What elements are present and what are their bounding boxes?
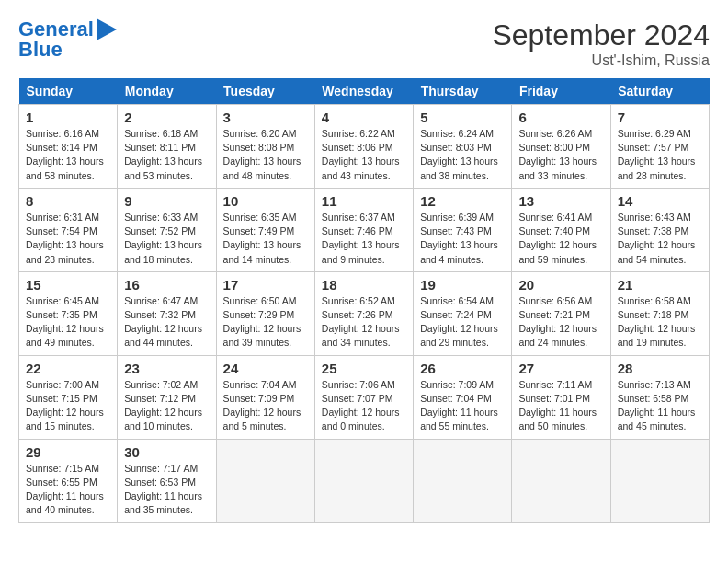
table-row: 4 Sunrise: 6:22 AM Sunset: 8:06 PM Dayli… — [314, 105, 413, 189]
table-row: 16 Sunrise: 6:47 AM Sunset: 7:32 PM Dayl… — [118, 271, 216, 355]
table-row: 22 Sunrise: 7:00 AM Sunset: 7:15 PM Dayl… — [19, 355, 118, 439]
table-row: 20 Sunrise: 6:56 AM Sunset: 7:21 PM Dayl… — [512, 271, 610, 355]
table-row: 30 Sunrise: 7:17 AM Sunset: 6:53 PM Dayl… — [118, 439, 216, 523]
table-row: 28 Sunrise: 7:13 AM Sunset: 6:58 PM Dayl… — [610, 355, 709, 439]
calendar-row: 15 Sunrise: 6:45 AM Sunset: 7:35 PM Dayl… — [19, 271, 710, 355]
table-row: 24 Sunrise: 7:04 AM Sunset: 7:09 PM Dayl… — [216, 355, 314, 439]
header-sunday: Sunday — [19, 78, 118, 105]
table-row: 2 Sunrise: 6:18 AM Sunset: 8:11 PM Dayli… — [118, 105, 216, 189]
table-row: 23 Sunrise: 7:02 AM Sunset: 7:12 PM Dayl… — [118, 355, 216, 439]
svg-marker-0 — [97, 18, 117, 40]
table-row: 7 Sunrise: 6:29 AM Sunset: 7:57 PM Dayli… — [610, 105, 709, 189]
header-friday: Friday — [512, 78, 610, 105]
table-row: 14 Sunrise: 6:43 AM Sunset: 7:38 PM Dayl… — [610, 188, 709, 271]
header-thursday: Thursday — [414, 78, 512, 105]
empty-cell — [610, 439, 709, 523]
logo-arrow-icon — [97, 18, 117, 40]
table-row: 8 Sunrise: 6:31 AM Sunset: 7:54 PM Dayli… — [19, 188, 118, 271]
calendar-row: 8 Sunrise: 6:31 AM Sunset: 7:54 PM Dayli… — [19, 188, 710, 271]
empty-cell — [512, 439, 610, 523]
calendar-table: Sunday Monday Tuesday Wednesday Thursday… — [18, 78, 710, 523]
title-block: September 2024 Ust'-Ishim, Russia — [492, 18, 710, 69]
table-row: 11 Sunrise: 6:37 AM Sunset: 7:46 PM Dayl… — [314, 188, 413, 271]
table-row: 1 Sunrise: 6:16 AM Sunset: 8:14 PM Dayli… — [19, 105, 118, 189]
table-row: 15 Sunrise: 6:45 AM Sunset: 7:35 PM Dayl… — [19, 271, 118, 355]
table-row: 19 Sunrise: 6:54 AM Sunset: 7:24 PM Dayl… — [414, 271, 512, 355]
calendar-row: 22 Sunrise: 7:00 AM Sunset: 7:15 PM Dayl… — [19, 355, 710, 439]
table-row: 26 Sunrise: 7:09 AM Sunset: 7:04 PM Dayl… — [414, 355, 512, 439]
table-row: 27 Sunrise: 7:11 AM Sunset: 7:01 PM Dayl… — [512, 355, 610, 439]
logo-text-blue: Blue — [18, 39, 63, 61]
header-saturday: Saturday — [610, 78, 709, 105]
header-wednesday: Wednesday — [314, 78, 413, 105]
table-row: 9 Sunrise: 6:33 AM Sunset: 7:52 PM Dayli… — [118, 188, 216, 271]
table-row: 3 Sunrise: 6:20 AM Sunset: 8:08 PM Dayli… — [216, 105, 314, 189]
header-tuesday: Tuesday — [216, 78, 314, 105]
table-row: 21 Sunrise: 6:58 AM Sunset: 7:18 PM Dayl… — [610, 271, 709, 355]
empty-cell — [414, 439, 512, 523]
location: Ust'-Ishim, Russia — [492, 52, 710, 69]
header-monday: Monday — [118, 78, 216, 105]
logo: General Blue — [18, 18, 117, 61]
calendar-header-row: Sunday Monday Tuesday Wednesday Thursday… — [19, 78, 710, 105]
calendar-row: 29 Sunrise: 7:15 AM Sunset: 6:55 PM Dayl… — [19, 439, 710, 523]
month-title: September 2024 — [492, 18, 710, 52]
empty-cell — [216, 439, 314, 523]
calendar-row: 1 Sunrise: 6:16 AM Sunset: 8:14 PM Dayli… — [19, 105, 710, 189]
table-row: 5 Sunrise: 6:24 AM Sunset: 8:03 PM Dayli… — [414, 105, 512, 189]
table-row: 29 Sunrise: 7:15 AM Sunset: 6:55 PM Dayl… — [19, 439, 118, 523]
table-row: 6 Sunrise: 6:26 AM Sunset: 8:00 PM Dayli… — [512, 105, 610, 189]
table-row: 17 Sunrise: 6:50 AM Sunset: 7:29 PM Dayl… — [216, 271, 314, 355]
table-row: 18 Sunrise: 6:52 AM Sunset: 7:26 PM Dayl… — [314, 271, 413, 355]
table-row: 25 Sunrise: 7:06 AM Sunset: 7:07 PM Dayl… — [314, 355, 413, 439]
empty-cell — [314, 439, 413, 523]
table-row: 12 Sunrise: 6:39 AM Sunset: 7:43 PM Dayl… — [414, 188, 512, 271]
page-header: General Blue September 2024 Ust'-Ishim, … — [18, 18, 710, 69]
table-row: 10 Sunrise: 6:35 AM Sunset: 7:49 PM Dayl… — [216, 188, 314, 271]
table-row: 13 Sunrise: 6:41 AM Sunset: 7:40 PM Dayl… — [512, 188, 610, 271]
